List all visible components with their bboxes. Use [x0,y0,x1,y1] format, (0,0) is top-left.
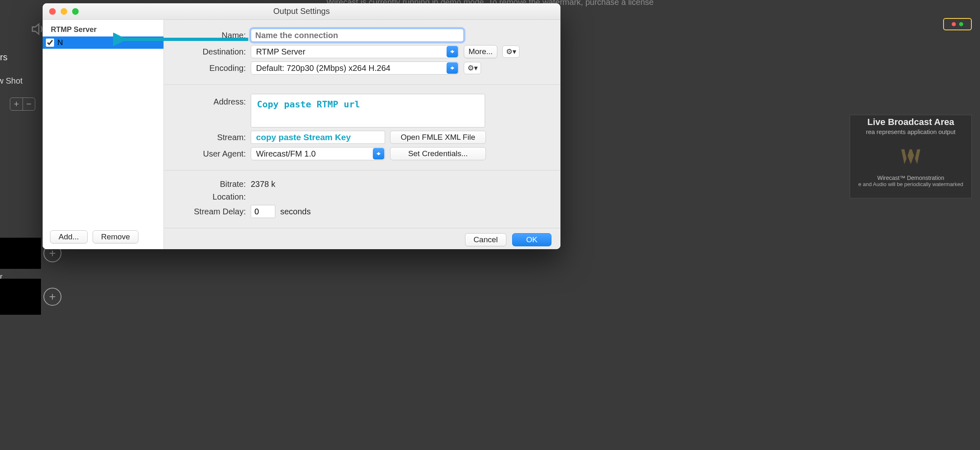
add-shot-icon[interactable]: + [43,288,61,306]
add-remove-stepper[interactable]: + − [10,98,35,111]
sidebar-heading: RTMP Server [43,20,163,36]
minus-button[interactable]: − [23,98,35,110]
stream-label: Stream: [174,133,246,142]
destination-item-selected[interactable]: N [43,36,163,49]
gear-icon: ⚙︎▾ [467,64,478,73]
status-red-icon [952,22,956,26]
encoding-select-value: Default: 720p30 (2Mbps) x264 H.264 [251,61,459,75]
encoding-label: Encoding: [174,64,246,73]
user-agent-select[interactable]: Wirecast/FM 1.0 [251,147,385,160]
user-agent-select-value: Wirecast/FM 1.0 [251,147,385,160]
name-label: Name: [174,31,246,40]
destination-select-value: RTMP Server [251,45,459,58]
status-green-icon [959,22,963,26]
stream-delay-unit: seconds [280,207,311,216]
user-agent-label: User Agent: [174,149,246,159]
output-settings-form: Name: Destination: RTMP Server More... ⚙… [164,20,560,249]
name-input[interactable] [251,29,464,42]
destination-more-button[interactable]: More... [464,45,497,58]
stream-delay-input[interactable] [251,205,275,218]
destination-item-label: N [57,38,63,47]
stream-input[interactable] [251,131,385,144]
output-settings-dialog: Output Settings RTMP Server N Add... Rem… [43,3,560,249]
broadcast-caption: Wirecast™ Demonstration [850,175,971,181]
destination-label: Destination: [174,47,246,57]
minimize-icon[interactable] [61,8,67,15]
shot-thumbnail[interactable]: + [0,279,41,315]
gear-icon: ⚙︎▾ [506,47,516,56]
location-label: Location: [174,192,246,202]
sidebar-label-fragment: w Shot [0,76,23,86]
set-credentials-button[interactable]: Set Credentials... [390,147,486,160]
encoding-select[interactable]: Default: 720p30 (2Mbps) x264 H.264 [251,61,459,75]
ok-button[interactable]: OK [512,233,551,246]
dropdown-arrows-icon [447,62,458,74]
zoom-icon[interactable] [72,8,79,15]
plus-button[interactable]: + [10,98,23,110]
dialog-title: Output Settings [273,7,330,16]
add-destination-button[interactable]: Add... [50,230,88,243]
broadcast-area-title: Live Broadcast Area [850,117,971,127]
wirecast-logo-icon [898,145,923,170]
remove-destination-button[interactable]: Remove [93,230,139,243]
shot-thumbnail[interactable]: + r [0,238,41,269]
cancel-button[interactable]: Cancel [465,233,506,246]
bitrate-value: 2378 k [251,180,275,189]
sidebar-label-fragment: rs [0,49,16,66]
address-label: Address: [174,94,246,107]
destination-enabled-checkbox[interactable] [46,39,54,47]
dropdown-arrows-icon [447,46,458,57]
stream-status-indicator[interactable] [943,18,972,30]
close-icon[interactable] [49,8,56,15]
address-input[interactable] [251,94,485,127]
open-fmle-button[interactable]: Open FMLE XML File [390,131,486,144]
bitrate-label: Bitrate: [174,180,246,189]
dropdown-arrows-icon [373,148,384,159]
dialog-footer: Cancel OK [164,228,560,249]
stream-delay-label: Stream Delay: [174,207,246,216]
broadcast-area-subtitle: rea represents application output [850,128,971,135]
left-panel-fragment: rs w Shot + − [0,49,37,418]
encoding-gear-button[interactable]: ⚙︎▾ [464,62,481,74]
window-controls[interactable] [49,8,79,15]
live-broadcast-area: Live Broadcast Area rea represents appli… [850,115,972,198]
broadcast-caption: e and Audio will be periodically waterma… [850,181,971,187]
destination-select[interactable]: RTMP Server [251,45,459,58]
dialog-titlebar[interactable]: Output Settings [43,3,560,20]
destination-gear-button[interactable]: ⚙︎▾ [502,45,519,58]
destinations-sidebar: RTMP Server N Add... Remove [43,20,164,249]
